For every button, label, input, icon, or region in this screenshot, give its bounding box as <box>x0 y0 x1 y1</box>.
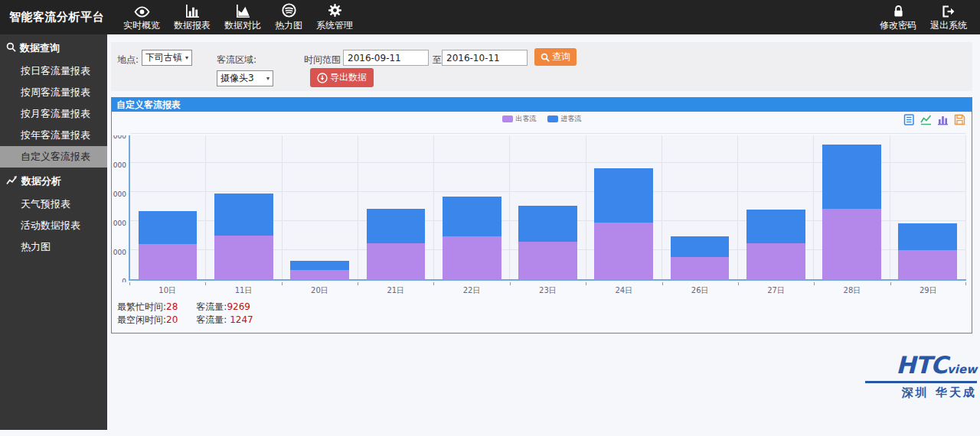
bar-segment <box>290 261 349 269</box>
nav-item-heatmap[interactable]: 热力图 <box>268 0 309 34</box>
heatmap-icon <box>282 3 296 18</box>
x-axis-tick-label: 27日 <box>738 282 814 296</box>
nav-item-realtime-overview[interactable]: 实时概览 <box>116 0 167 34</box>
bar-segment <box>746 243 805 279</box>
date-to-input[interactable] <box>442 50 528 66</box>
main-content: 地点: 下司古镇 ▾ 客流区域: 摄像头3 ▾ 时间范围 至 查询 导出数据 <box>107 34 980 436</box>
bar-segment <box>290 270 349 279</box>
gear-icon <box>328 3 342 18</box>
bar-type-icon[interactable] <box>937 114 949 125</box>
x-axis-tick-label: 28日 <box>814 282 890 296</box>
y-axis-tick-label: 6,000 <box>113 190 126 198</box>
data-view-icon[interactable] <box>903 114 915 125</box>
sidebar-section-data-analysis[interactable]: 数据分析 <box>0 168 107 194</box>
export-data-button[interactable]: 导出数据 <box>310 68 374 87</box>
sidebar: 数据查询 按日客流量报表 按周客流量报表 按月客流量报表 按年客流量报表 自定义… <box>0 34 107 430</box>
download-circle-icon <box>317 73 328 83</box>
export-button-label: 导出数据 <box>330 71 367 84</box>
camera-select[interactable]: 摄像头3 ▾ <box>217 70 273 86</box>
vendor-logo-subtitle: 深圳 华天成 <box>865 386 977 400</box>
busiest-flow-label: 客流量: <box>196 301 227 312</box>
nav-item-label: 系统管理 <box>316 19 353 32</box>
bar-column <box>206 135 282 279</box>
sign-out-icon <box>942 3 956 18</box>
filter-bar: 地点: 下司古镇 ▾ 客流区域: 摄像头3 ▾ 时间范围 至 查询 导出数据 <box>111 42 972 91</box>
sidebar-item-weekly-report[interactable]: 按周客流量报表 <box>0 82 107 103</box>
nav-item-system-admin[interactable]: 系统管理 <box>309 0 360 34</box>
date-to-label: 至 <box>433 54 442 67</box>
sidebar-item-daily-report[interactable]: 按日客流量报表 <box>0 60 107 82</box>
busiest-flow-value: 9269 <box>227 301 250 312</box>
y-axis-tick-label: 2,000 <box>113 249 126 256</box>
stacked-bar <box>518 206 577 279</box>
bar-column <box>434 135 510 279</box>
search-icon <box>541 53 550 62</box>
location-select-value: 下司古镇 <box>145 51 182 64</box>
stacked-bar <box>139 211 198 279</box>
bar-column <box>510 135 586 279</box>
sidebar-item-monthly-report[interactable]: 按月客流量报表 <box>0 103 107 125</box>
stacked-bar <box>367 209 426 279</box>
bar-segment <box>898 223 957 250</box>
bar-segment <box>822 209 881 279</box>
date-range-label: 时间范围 <box>304 54 341 67</box>
bar-segment <box>822 145 881 209</box>
x-axis-tick-label: 23日 <box>510 282 586 296</box>
x-axis-tick-label: 20日 <box>282 282 358 296</box>
date-from-input[interactable] <box>343 50 429 66</box>
eye-icon <box>133 3 151 18</box>
sidebar-item-yearly-report[interactable]: 按年客流量报表 <box>0 125 107 146</box>
sidebar-item-heatmap[interactable]: 热力图 <box>0 236 107 258</box>
y-axis-labels: 02,0004,0006,0008,00010,000 <box>113 135 129 282</box>
bar-column <box>358 135 434 279</box>
bar-column <box>130 135 206 279</box>
panel-body: 出客流进客流 02,0004,0006,0008,00010,000 <box>112 112 972 333</box>
logo-htc-text: HTC <box>896 351 947 379</box>
area-chart-icon <box>236 3 250 18</box>
sidebar-section-label: 数据查询 <box>20 41 60 55</box>
y-axis-tick-label: 8,000 <box>113 161 126 169</box>
gridline <box>130 133 966 134</box>
y-axis-tick-label: 4,000 <box>113 220 126 227</box>
legend-label: 进客流 <box>561 114 582 124</box>
chart-toolbox <box>903 114 965 125</box>
x-axis-tick-label: 26日 <box>662 282 738 296</box>
sidebar-section-data-query[interactable]: 数据查询 <box>0 34 107 60</box>
line-type-icon[interactable] <box>920 114 932 125</box>
sidebar-item-custom-report[interactable]: 自定义客流报表 <box>0 146 107 168</box>
bar-column <box>662 135 738 279</box>
bar-segment <box>139 211 198 244</box>
sidebar-item-activity-report[interactable]: 活动数据报表 <box>0 215 107 236</box>
bar-segment <box>214 194 273 236</box>
stacked-bar <box>746 210 805 279</box>
sidebar-section-label: 数据分析 <box>21 174 61 188</box>
nav-item-label: 数据报表 <box>174 19 211 32</box>
query-button[interactable]: 查询 <box>534 48 577 66</box>
nav-item-logout[interactable]: 退出系统 <box>923 0 974 34</box>
sidebar-item-weather-report[interactable]: 天气预报表 <box>0 194 107 215</box>
nav-item-data-compare[interactable]: 数据对比 <box>217 0 268 34</box>
lock-icon <box>892 3 905 18</box>
save-image-icon[interactable] <box>954 114 965 125</box>
panel-title: 自定义客流报表 <box>112 98 972 112</box>
legend-item[interactable]: 出客流 <box>502 114 537 124</box>
bar-column <box>890 135 966 279</box>
report-panel: 自定义客流报表 出客流进客流 02,0004,0006,0008,00010,0… <box>111 97 972 334</box>
bar-column <box>738 135 814 279</box>
bar-chart-icon <box>185 3 200 18</box>
bar-column <box>814 135 890 279</box>
nav-item-data-report[interactable]: 数据报表 <box>167 0 217 34</box>
nav-item-change-password[interactable]: 修改密码 <box>873 0 923 34</box>
nav-item-label: 修改密码 <box>880 19 916 32</box>
x-axis-tick-label: 11日 <box>205 282 281 296</box>
x-axis-tick-label: 21日 <box>358 282 433 296</box>
stacked-bar <box>898 223 957 279</box>
chart-plot <box>129 135 966 281</box>
idle-flow-value: 1247 <box>227 314 253 325</box>
location-select[interactable]: 下司古镇 ▾ <box>142 50 192 66</box>
bar-column <box>586 135 662 279</box>
idle-time-value: 20 <box>166 314 178 325</box>
navbar-spacer <box>360 0 873 34</box>
legend-item[interactable]: 进客流 <box>547 114 582 124</box>
x-axis-labels: 10日11日20日21日22日23日24日26日27日28日29日 <box>129 282 966 296</box>
